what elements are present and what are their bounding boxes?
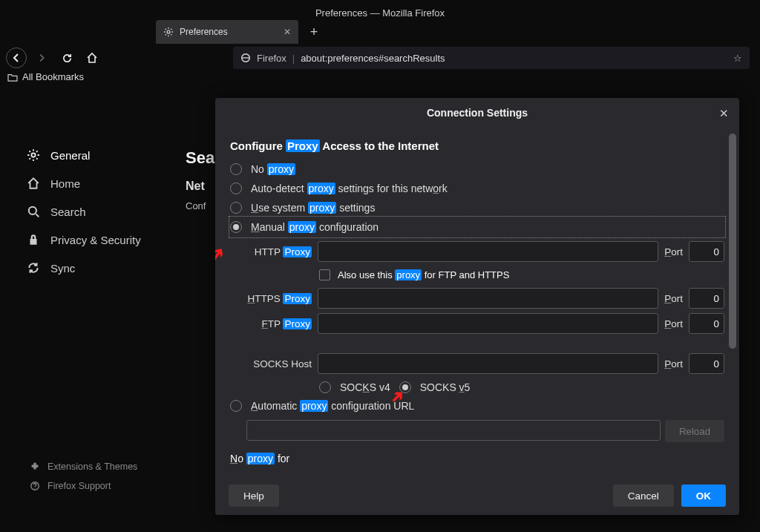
- url-text: about:preferences#searchResults: [301, 53, 445, 64]
- bookmarks-toolbar[interactable]: All Bookmarks: [7, 71, 84, 82]
- svg-point-0: [167, 30, 170, 33]
- http-proxy-input[interactable]: [318, 241, 658, 262]
- forward-button[interactable]: [31, 47, 52, 68]
- radio-no-proxy[interactable]: No proxy: [230, 160, 724, 179]
- svg-point-3: [29, 207, 36, 214]
- annotation-arrow: ➔: [215, 243, 229, 266]
- extensions-link[interactable]: Extensions & Themes: [30, 457, 137, 476]
- https-proxy-label: HTTPS Proxy: [246, 293, 312, 304]
- socks-host-label: SOCKS Host: [246, 358, 312, 370]
- sidebar-label: Home: [50, 177, 80, 190]
- sidebar-footer: Extensions & Themes Firefox Support: [30, 457, 137, 496]
- port-label: Port: [664, 293, 683, 304]
- nav-bar: Firefox | about:preferences#searchResult…: [0, 45, 760, 71]
- sidebar-item-home[interactable]: Home: [27, 169, 175, 197]
- ftp-proxy-input[interactable]: [318, 313, 658, 334]
- sidebar-item-general[interactable]: General: [27, 141, 175, 169]
- scrollbar[interactable]: [729, 134, 736, 349]
- sidebar-item-privacy[interactable]: Privacy & Security: [27, 226, 175, 254]
- ftp-port-input[interactable]: [689, 313, 724, 334]
- port-label: Port: [664, 318, 683, 329]
- home-button[interactable]: [82, 47, 102, 68]
- connection-settings-dialog: Connection Settings ✕ Configure Proxy Ac…: [215, 98, 739, 515]
- http-proxy-label: HTTP Proxy: [246, 246, 312, 257]
- radio-socks4[interactable]: SOCKS v4: [319, 381, 390, 393]
- radio-socks5[interactable]: SOCKS v5: [399, 381, 471, 393]
- sidebar-label: Privacy & Security: [50, 234, 141, 246]
- socks-host-input[interactable]: [318, 353, 658, 374]
- tab-label: Preferences: [180, 27, 228, 37]
- tab-preferences[interactable]: Preferences ✕: [156, 20, 298, 44]
- tab-bar: Preferences ✕ +: [0, 19, 760, 45]
- url-identity: Firefox: [257, 53, 286, 64]
- sidebar-label: General: [50, 149, 90, 162]
- no-proxy-label: No proxy for: [230, 453, 724, 464]
- port-label: Port: [664, 246, 683, 257]
- sidebar-item-sync[interactable]: Sync: [27, 254, 175, 282]
- close-icon[interactable]: ✕: [284, 27, 291, 37]
- section-heading: Net: [186, 180, 214, 193]
- dialog-title: Connection Settings: [215, 98, 739, 128]
- reload-button: Reload: [665, 420, 724, 442]
- folder-icon: [7, 73, 18, 82]
- cancel-button[interactable]: Cancel: [613, 485, 674, 507]
- label: Firefox Support: [48, 481, 111, 491]
- firefox-icon: [240, 53, 251, 63]
- new-tab-button[interactable]: +: [303, 24, 325, 40]
- main-content: Sea Net Conf: [186, 148, 214, 211]
- port-label: Port: [664, 358, 683, 370]
- all-bookmarks-label: All Bookmarks: [22, 71, 84, 82]
- section-text: Conf: [186, 200, 214, 211]
- reload-button[interactable]: [56, 47, 77, 68]
- radio-auto-config-url[interactable]: Automatic proxy configuration URL: [230, 396, 724, 416]
- sidebar: General Home Search Privacy & Security S…: [27, 141, 175, 282]
- checkbox-also-use[interactable]: Also use this proxy for FTP and HTTPS: [319, 266, 724, 283]
- radio-auto-detect[interactable]: Auto-detect proxy settings for this netw…: [230, 179, 724, 198]
- https-port-input[interactable]: [689, 288, 724, 309]
- url-bar[interactable]: Firefox | about:preferences#searchResult…: [233, 47, 750, 69]
- ftp-proxy-label: FTP Proxy: [246, 318, 312, 329]
- radio-manual-proxy[interactable]: Manual proxy configuration: [230, 217, 724, 237]
- ok-button[interactable]: OK: [681, 485, 726, 507]
- sidebar-item-search[interactable]: Search: [27, 197, 175, 226]
- sidebar-label: Sync: [50, 262, 75, 275]
- help-button[interactable]: Help: [229, 485, 279, 507]
- socks-port-input[interactable]: [689, 353, 724, 374]
- label: Extensions & Themes: [48, 462, 137, 472]
- back-button[interactable]: [6, 47, 27, 68]
- bookmark-star-icon[interactable]: ☆: [733, 53, 742, 64]
- support-link[interactable]: Firefox Support: [30, 476, 137, 496]
- sidebar-label: Search: [50, 206, 86, 218]
- page-title: Sea: [186, 148, 214, 168]
- label: Also use this proxy for FTP and HTTPS: [338, 269, 509, 280]
- gear-icon: [163, 27, 174, 37]
- pac-url-input: [246, 420, 661, 441]
- dialog-footer: Help Cancel OK: [215, 476, 739, 515]
- window-title: Preferences — Mozilla Firefox: [315, 7, 445, 19]
- svg-point-2: [31, 153, 35, 157]
- https-proxy-input[interactable]: [318, 288, 658, 309]
- close-icon[interactable]: ✕: [719, 107, 729, 120]
- radio-system-proxy[interactable]: Use system proxy settings: [230, 198, 724, 217]
- section-title: Configure Proxy Access to the Internet: [230, 139, 724, 152]
- http-port-input[interactable]: [689, 241, 724, 262]
